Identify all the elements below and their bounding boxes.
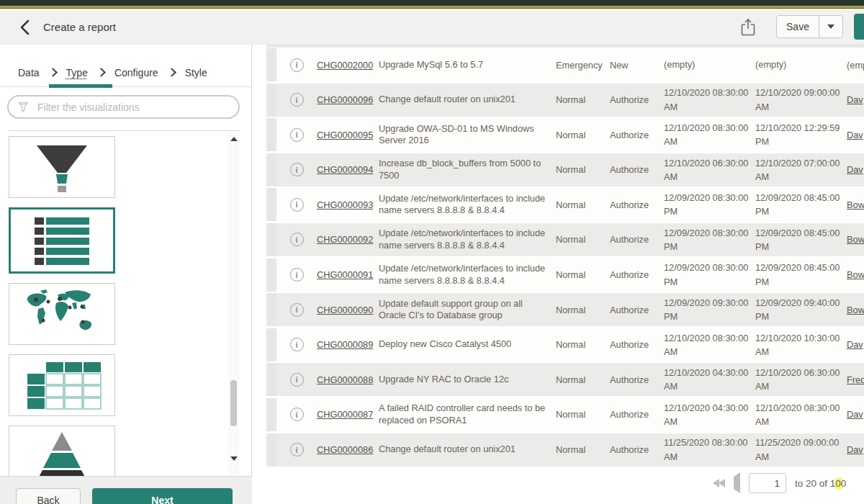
info-icon[interactable]: i (290, 233, 304, 246)
info-cell: i (276, 443, 317, 456)
assigned-to-link[interactable]: Dav (847, 130, 864, 140)
info-cell: i (276, 373, 317, 387)
priority-cell: Normal (552, 164, 606, 175)
table-row: iCHG0000090Update default support group … (266, 293, 864, 326)
change-number-link[interactable]: CHG0000090 (317, 305, 379, 315)
assigned-to-link[interactable]: Dav (847, 409, 864, 420)
change-number-link[interactable]: CHG0000092 (317, 234, 379, 245)
change-number-link[interactable]: CHG0000087 (317, 409, 379, 420)
scrollbar-thumb[interactable] (230, 380, 237, 426)
scroll-down-icon[interactable] (230, 456, 238, 461)
priority-cell: Normal (552, 409, 606, 420)
end-date-cell: 12/10/2020 10:30:00 AM (755, 331, 847, 359)
info-icon[interactable]: i (290, 128, 304, 142)
scroll-up-icon[interactable] (230, 137, 238, 141)
wizard-back-button[interactable]: Back (16, 488, 81, 504)
row-gutter (266, 153, 276, 186)
share-button[interactable] (739, 17, 757, 37)
info-cell: i (276, 408, 317, 421)
row-gutter (266, 328, 276, 361)
end-date-cell: 12/09/2020 08:45:00 PM (755, 226, 847, 253)
save-dropdown-button[interactable] (819, 16, 842, 37)
assigned-to-link[interactable]: Bow (847, 269, 864, 280)
short-description: Deploy new Cisco Catalyst 4500 (379, 338, 552, 351)
info-icon[interactable]: i (290, 163, 304, 176)
info-icon[interactable]: i (290, 338, 304, 351)
short-description: Change default router on unix201 (379, 94, 552, 106)
info-icon[interactable]: i (290, 268, 304, 282)
change-number-link[interactable]: CHG0002000 (317, 60, 379, 71)
chevron-right-icon (48, 68, 58, 77)
back-button[interactable] (16, 17, 36, 37)
tab-configure[interactable]: Configure (114, 67, 158, 78)
previous-page-button[interactable] (734, 477, 740, 490)
change-number-link[interactable]: CHG0000094 (317, 164, 379, 175)
assigned-to-link[interactable]: Bow (847, 234, 864, 245)
info-cell: i (276, 233, 317, 246)
short-description: Update /etc/network/interfaces to includ… (379, 228, 552, 251)
table-row: iCHG0000088Upgrade NY RAC to Oracle 12cN… (266, 363, 864, 396)
viz-option-list[interactable] (9, 207, 115, 274)
table-row: iCHG0000091Update /etc/network/interface… (266, 258, 864, 292)
list-separator (9, 130, 240, 131)
page-number-input[interactable] (749, 473, 786, 493)
wizard-next-button[interactable]: Next (92, 488, 233, 504)
viz-option-pyramid[interactable] (9, 426, 115, 476)
save-button[interactable]: Save (777, 16, 819, 37)
double-arrow-left-icon (719, 479, 725, 487)
assigned-to-link[interactable]: Bow (847, 305, 864, 315)
assigned-to-link[interactable]: Dav (847, 164, 864, 175)
change-number-link[interactable]: CHG0000086 (317, 444, 379, 455)
info-icon[interactable]: i (290, 303, 304, 317)
priority-cell: Normal (552, 339, 606, 350)
priority-cell: Normal (552, 199, 606, 210)
assigned-to-link[interactable]: Dav (847, 94, 864, 105)
start-date-cell: 11/25/2020 08:30:00 AM (664, 436, 755, 463)
info-icon[interactable]: i (290, 408, 304, 421)
filter-visualizations-input[interactable] (36, 101, 230, 114)
priority-cell: Normal (552, 130, 606, 140)
change-number-link[interactable]: CHG0000095 (317, 130, 379, 140)
tab-data[interactable]: Data (18, 67, 40, 78)
assigned-to-link[interactable]: Fred (847, 374, 864, 385)
viz-option-funnel[interactable] (9, 136, 115, 198)
row-gutter (266, 84, 276, 117)
start-date-cell: 12/10/2020 08:30:00 AM (664, 121, 755, 148)
pagination-bar: to 20 of 100 (713, 473, 846, 493)
tab-style[interactable]: Style (185, 67, 207, 78)
info-icon[interactable]: i (290, 198, 304, 212)
start-date-cell: 12/09/2020 09:30:00 PM (664, 296, 755, 323)
table-row: iCHG0000092Update /etc/network/interface… (266, 223, 864, 256)
state-cell: Authorize (606, 234, 664, 245)
change-number-link[interactable]: CHG0000089 (317, 339, 379, 350)
viz-option-map[interactable] (9, 283, 115, 345)
wizard-tabs: DataTypeConfigureStyle (0, 59, 251, 87)
assigned-to-link[interactable]: Bow (847, 199, 864, 210)
assigned-to-link[interactable]: Dav (847, 339, 864, 350)
tab-type[interactable]: Type (66, 67, 88, 78)
info-icon[interactable]: i (290, 58, 304, 72)
info-icon[interactable]: i (290, 443, 304, 456)
assigned-to-link[interactable]: Dav (847, 444, 864, 455)
change-number-link[interactable]: CHG0000088 (317, 374, 379, 385)
pagination-range-label: to 20 of 100 (795, 478, 846, 489)
short-description: Upgrade OWA-SD-01 to MS Windows Server 2… (379, 123, 552, 147)
change-number-link[interactable]: CHG0000093 (317, 199, 379, 210)
share-icon (739, 17, 757, 37)
end-date-cell: 12/09/2020 08:45:00 PM (755, 191, 847, 218)
row-gutter (266, 433, 276, 467)
primary-action-button-partial[interactable] (854, 14, 864, 40)
info-icon[interactable]: i (290, 93, 304, 107)
state-cell: Authorize (606, 94, 664, 105)
visualization-scrollbar[interactable] (228, 133, 239, 475)
caret-down-icon (827, 24, 834, 29)
table-row: iCHG0000089Deploy new Cisco Catalyst 450… (266, 328, 864, 361)
priority-cell: Emergency (552, 60, 606, 71)
pivot-table-icon (19, 356, 105, 414)
change-number-link[interactable]: CHG0000091 (317, 269, 379, 280)
first-page-button[interactable] (713, 479, 725, 487)
page-title: Create a report (43, 21, 116, 33)
info-icon[interactable]: i (290, 373, 304, 387)
viz-option-pivot[interactable] (9, 354, 115, 416)
change-number-link[interactable]: CHG0000096 (317, 94, 379, 105)
